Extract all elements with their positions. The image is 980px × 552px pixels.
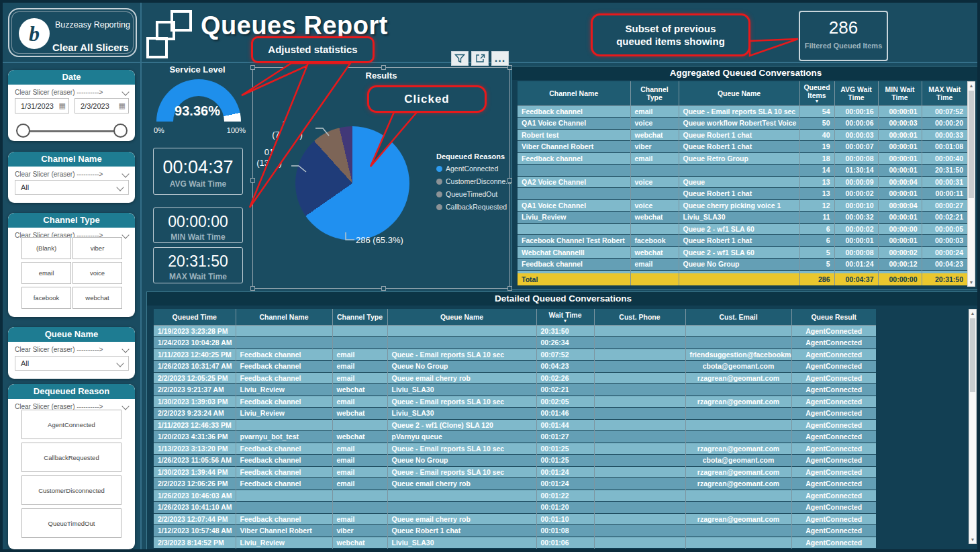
table-row[interactable]: 2/2/2023 9:21:37 AMLiviu_ReviewwebchatLi… bbox=[154, 384, 876, 396]
table-cell: rzagrean@geomant.com bbox=[685, 466, 791, 478]
table-row[interactable]: 1/24/2023 10:04:28 AM00:26:34AgentConnec… bbox=[154, 337, 876, 349]
scrollbar-thumb[interactable] bbox=[969, 91, 974, 198]
table-cell: 00:01:44 bbox=[536, 419, 594, 431]
channel-name-dropdown[interactable]: All bbox=[15, 180, 129, 195]
dequeued-reason-option-agentconnected[interactable]: AgentConnected bbox=[21, 410, 121, 439]
column-header[interactable]: Queue Result bbox=[791, 309, 876, 325]
table-cell: 1/12/2023 10:57:48 AM bbox=[154, 525, 236, 537]
table-row[interactable]: Facebook Channel Test RobertfacebookQueu… bbox=[518, 235, 967, 247]
table-row[interactable]: 1/12/2023 10:57:48 AMViber Channel Rober… bbox=[154, 525, 876, 537]
dequeued-reason-option-callbackrequested[interactable]: CallbackRequested bbox=[21, 443, 121, 472]
table-row[interactable]: Webchat ChannelllwebchatQueue 2 - wf1 SL… bbox=[518, 246, 967, 259]
column-header[interactable]: AVG Wait Time bbox=[834, 81, 878, 105]
table-row[interactable]: 1401:30:1400:00:0120:31:50 bbox=[518, 165, 967, 177]
table-row[interactable]: 2/2/2023 12:07:44 PMFeedback channelemai… bbox=[154, 513, 876, 525]
table-row[interactable]: 2/2/2023 12:05:25 PMFeedback channelemai… bbox=[154, 372, 876, 384]
table-row[interactable]: Queue 2 - wf1 SLA 60600:00:0200:00:0000:… bbox=[518, 223, 967, 235]
table-row[interactable]: 1/19/2023 3:23:28 PM20:31:50AgentConnect… bbox=[154, 325, 876, 337]
table-row[interactable]: 1/30/2023 1:39:44 PMFeedback channelemai… bbox=[154, 466, 876, 478]
column-header[interactable]: Cust. Phone bbox=[594, 309, 685, 325]
table-cell: rzagrean@geomant.com bbox=[685, 396, 791, 408]
chevron-down-icon[interactable] bbox=[121, 170, 129, 177]
table-row[interactable]: QA2 Voice ChannelvoiceQueue1300:00:0900:… bbox=[518, 176, 967, 188]
queue-name-dropdown[interactable]: All bbox=[15, 356, 129, 371]
focus-mode-icon[interactable] bbox=[471, 51, 489, 66]
legend-item[interactable]: QueueTimedOut bbox=[436, 190, 509, 198]
table-row[interactable]: 1/30/2023 1:39:03 PMFeedback channelemai… bbox=[154, 396, 876, 408]
calendar-icon[interactable]: ▦ bbox=[59, 101, 66, 110]
table-row[interactable]: 2/3/2023 8:14:52 PMLiviu_ReviewwebchatLi… bbox=[154, 537, 876, 549]
column-header[interactable]: Queued Time bbox=[154, 309, 236, 325]
column-header[interactable]: Queue Name bbox=[387, 309, 536, 325]
column-header[interactable]: MAX Wait Time bbox=[922, 81, 967, 105]
clear-slicer-label[interactable]: Clear Slicer (eraser) ----------> bbox=[15, 171, 103, 178]
table-row[interactable]: QA1 Voice ChannelvoiceQueue workflow Rob… bbox=[518, 118, 967, 130]
legend-item[interactable]: CustomerDisconne... bbox=[436, 177, 509, 185]
channel-type-option-webchat[interactable]: webchat bbox=[72, 287, 122, 309]
table-row[interactable]: QA1 Voice ChannelvoiceQueue cherry picki… bbox=[518, 199, 967, 212]
filter-icon[interactable] bbox=[451, 51, 469, 66]
column-header[interactable]: MIN Wait Time bbox=[878, 81, 922, 105]
table-row[interactable]: Liviu_ReviewwebchatLiviu_SLA301100:00:32… bbox=[518, 212, 967, 224]
chevron-down-icon[interactable] bbox=[121, 402, 129, 410]
channel-type-option-voice[interactable]: voice bbox=[72, 262, 122, 284]
calendar-icon[interactable]: ▦ bbox=[119, 101, 126, 110]
column-header[interactable]: Cust. Email bbox=[685, 309, 791, 325]
date-start-input[interactable]: 1/31/2023 ▦ bbox=[15, 98, 69, 113]
clear-all-slicers-button[interactable]: b Buzzeasy Reporting Clear All Slicers bbox=[8, 8, 137, 57]
table-row[interactable]: 1/26/2023 11:05:56 AMFeedback channelema… bbox=[154, 455, 876, 467]
table-row[interactable]: Feedback channelemailQueue - Email repor… bbox=[518, 105, 967, 118]
chevron-down-icon[interactable] bbox=[121, 231, 129, 238]
dequeued-reason-option-queuetimedout[interactable]: QueueTimedOut bbox=[21, 508, 121, 538]
clear-slicer-label[interactable]: Clear Slicer (eraser) ----------> bbox=[15, 89, 103, 96]
channel-type-option-email[interactable]: email bbox=[21, 262, 71, 284]
scroll-down-icon[interactable]: ▼ bbox=[969, 536, 976, 543]
dequeued-reason-option-customerdisconnected[interactable]: CustomerDisconnected bbox=[21, 475, 121, 505]
table-row[interactable]: 1/26/2023 10:31:47 AMFeedback channelema… bbox=[154, 361, 876, 373]
column-header[interactable]: Queue Name bbox=[679, 81, 799, 105]
table-row[interactable]: Robert testwebchatQueue Robert 1 chat400… bbox=[518, 129, 967, 141]
table-cell: 11 bbox=[799, 212, 834, 224]
table-row[interactable]: 1/20/2023 4:31:36 PMpvarnyu_bot_testwebc… bbox=[154, 431, 876, 443]
channel-type-option-blank[interactable]: (Blank) bbox=[21, 237, 71, 259]
table-cell: 00:00:00 bbox=[878, 223, 922, 235]
table-row[interactable]: 1/26/2023 10:41:10 AM00:01:20AgentConnec… bbox=[154, 502, 876, 514]
table-row[interactable]: 2/2/2023 9:23:24 AMLiviu_ReviewwebchatLi… bbox=[154, 408, 876, 420]
table-cell bbox=[594, 466, 685, 478]
scroll-up-icon[interactable]: ▲ bbox=[969, 310, 976, 317]
chevron-down-icon[interactable] bbox=[121, 345, 129, 353]
table-row[interactable]: Feedback channelemailQueue No Group500:0… bbox=[518, 259, 967, 271]
results-pie-chart[interactable] bbox=[295, 126, 409, 240]
slider-track[interactable] bbox=[23, 130, 121, 132]
legend-item[interactable]: AgentConnected bbox=[436, 165, 509, 173]
table-row[interactable]: 1/26/2023 10:46:03 AM00:01:22AgentConnec… bbox=[154, 490, 876, 502]
chevron-down-icon[interactable] bbox=[121, 88, 129, 95]
column-header[interactable]: Wait Time▼ bbox=[536, 309, 594, 325]
scroll-down-icon[interactable]: ▼ bbox=[968, 279, 975, 286]
table-row[interactable]: Viber Channel RobertviberQueue Robert 1 … bbox=[518, 141, 967, 153]
column-header[interactable]: Channel Type bbox=[630, 81, 679, 105]
slider-handle-start[interactable] bbox=[16, 124, 30, 138]
table-row[interactable]: Queue Robert 1 chat1300:00:0200:00:0100:… bbox=[518, 188, 967, 200]
table-row[interactable]: 1/11/2023 12:40:25 PMFeedback channelema… bbox=[154, 349, 876, 361]
column-header[interactable]: Channel Name bbox=[236, 309, 332, 325]
table-cell: voice bbox=[630, 176, 679, 188]
table-row[interactable]: 2/2/2023 12:06:26 PMFeedback channelemai… bbox=[154, 478, 876, 490]
slider-handle-end[interactable] bbox=[113, 124, 128, 138]
date-end-input[interactable]: 2/3/2023 ▦ bbox=[75, 98, 129, 113]
table-cell bbox=[685, 337, 791, 349]
legend-item[interactable]: CallbackRequested bbox=[436, 203, 509, 211]
table-row[interactable]: 1/11/2023 12:46:33 PMQueue 2 - wf1 (Clon… bbox=[154, 419, 876, 431]
table-row[interactable]: 1/13/2023 3:13:20 PMFeedback channelemai… bbox=[154, 443, 876, 455]
table-cell bbox=[594, 337, 685, 349]
table-row[interactable]: Feedback channelemailQueue Retro Group18… bbox=[518, 152, 967, 165]
channel-type-option-facebook[interactable]: facebook bbox=[21, 287, 71, 309]
channel-type-option-viber[interactable]: viber bbox=[72, 237, 122, 259]
column-header[interactable]: Queued Items▼ bbox=[799, 81, 834, 105]
more-options-icon[interactable]: ... bbox=[491, 51, 509, 66]
column-header[interactable]: Channel Name bbox=[518, 81, 630, 105]
column-header[interactable]: Channel Type bbox=[332, 309, 387, 325]
scrollbar-thumb[interactable] bbox=[970, 318, 975, 392]
scroll-up-icon[interactable]: ▲ bbox=[968, 82, 975, 89]
clear-slicer-label[interactable]: Clear Slicer (eraser) ----------> bbox=[15, 346, 103, 353]
